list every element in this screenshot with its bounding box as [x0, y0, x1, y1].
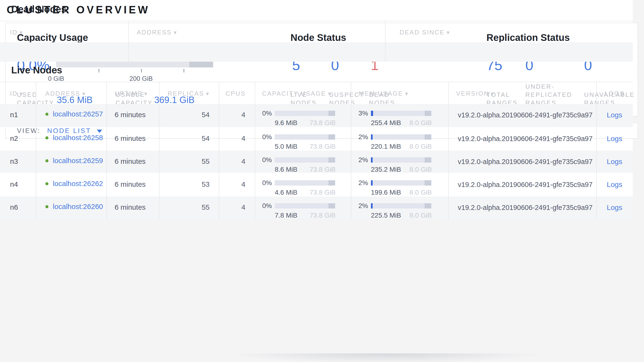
sort-desc-icon: ▾ — [206, 90, 210, 97]
logs-link[interactable]: Logs — [607, 204, 622, 211]
axis-tick — [184, 69, 184, 72]
mem-bar-fill — [371, 157, 372, 162]
node-logs-cell: Logs — [596, 151, 633, 173]
node-address-link[interactable]: localhost:26262 — [53, 179, 103, 188]
live-nodes-section-title: Live Nodes — [11, 65, 62, 76]
axis-tick — [98, 69, 99, 72]
mem-bar-reserved-segment — [425, 180, 431, 186]
mem-percent: 2% — [351, 133, 368, 141]
node-capacity-usage-cell: 0% 4.6 MiB 73.8 GiB — [255, 173, 351, 196]
capacity-bar-reserved-segment — [328, 134, 335, 140]
live-node-row: n3 localhost:26259 6 minutes 55 4 0% 8.6… — [0, 150, 633, 173]
node-version: v19.2.0-alpha.20190606-2491-gfe735c9a97 — [448, 197, 596, 214]
live-col-id[interactable]: ID▾ — [0, 82, 36, 104]
mem-bar-reserved-segment — [425, 157, 431, 162]
capacity-used-value: 8.6 MiB — [275, 166, 298, 173]
dead-col-dead-since[interactable]: DEAD SINCE▾ — [385, 21, 633, 42]
sort-desc-icon: ▾ — [328, 90, 332, 97]
column-divider — [106, 82, 107, 214]
dead-col-address[interactable]: ADDRESS▾ — [128, 21, 385, 42]
node-id: n1 — [0, 104, 36, 127]
mem-used-value: 220.1 MiB — [371, 143, 401, 150]
column-divider — [255, 82, 255, 214]
node-version: v19.2.0-alpha.20190606-2491-gfe735c9a97 — [448, 104, 596, 127]
node-address-link[interactable]: localhost:26260 — [53, 203, 103, 210]
node-address-link[interactable]: localhost:26258 — [53, 134, 103, 141]
capacity-bar-reserved-segment — [328, 203, 335, 209]
node-id: n5 — [0, 42, 633, 49]
node-cpus: 4 — [219, 104, 255, 127]
logs-link[interactable]: Logs — [607, 111, 622, 119]
node-address-cell: localhost:26260 — [36, 197, 106, 214]
mem-percent: 3% — [351, 109, 368, 117]
dead-col-id[interactable]: ID▾ — [0, 21, 128, 42]
node-mem-usage-cell: 2% 220.1 MiB 8.0 GiB — [351, 128, 448, 150]
live-col-capacity-usage[interactable]: CAPACITY USAGE▾ — [255, 82, 351, 104]
node-logs-cell: Logs — [596, 128, 633, 150]
node-uptime: 6 minutes — [106, 104, 159, 127]
sort-desc-icon: ▾ — [20, 90, 23, 97]
live-nodes-table-header: ID▾ ADDRESS▾ UPTIME▾ REPLICAS▾ CPUS CAPA… — [0, 82, 633, 104]
dead-nodes-table: ID▾ ADDRESS▾ DEAD SINCE▾ n5 localhost:26… — [0, 21, 633, 62]
node-address-cell: localhost:26262 — [36, 173, 106, 196]
node-uptime: 6 minutes — [106, 197, 159, 214]
column-divider — [596, 82, 597, 214]
mem-total-value: 8.0 GiB — [410, 189, 432, 196]
live-col-mem-usage[interactable]: MEM USAGE▾ — [351, 82, 448, 104]
node-address-cell: localhost:26261 — [0, 49, 633, 55]
node-id: n6 — [0, 197, 36, 214]
node-id: n4 — [0, 173, 36, 196]
logs-link[interactable]: Logs — [607, 180, 622, 189]
live-node-row: n4 localhost:26262 6 minutes 53 4 0% 4.6… — [0, 173, 633, 196]
live-col-version[interactable]: VERSION▾ — [448, 82, 596, 104]
node-replicas: 54 — [159, 128, 219, 150]
sort-desc-icon: ▾ — [446, 29, 450, 36]
mem-used-value: 225.5 MiB — [371, 212, 401, 214]
axis-label-0gib: 0 GiB — [37, 75, 75, 83]
capacity-mini-bar — [275, 134, 335, 140]
node-cpus: 4 — [219, 128, 255, 150]
node-mem-usage-cell: 2% 235.2 MiB 8.0 GiB — [351, 151, 448, 173]
node-capacity-usage-cell: 0% 9.6 MiB 73.8 GiB — [255, 104, 351, 127]
column-divider — [159, 82, 160, 214]
node-version: v19.2.0-alpha.20190606-2491-gfe735c9a97 — [448, 151, 596, 173]
node-address-link[interactable]: localhost:26257 — [53, 110, 103, 118]
column-divider — [448, 82, 449, 214]
sort-desc-icon: ▾ — [82, 90, 86, 97]
axis-label-200gib: 200 GiB — [122, 75, 160, 83]
node-address-cell: localhost:26259 — [36, 151, 106, 173]
live-status-dot-icon — [45, 136, 48, 139]
node-capacity-usage-cell: 0% 8.6 MiB 73.8 GiB — [255, 151, 351, 173]
live-nodes-rows: n1 localhost:26257 6 minutes 54 4 0% 9.6… — [0, 104, 633, 214]
node-address-link[interactable]: localhost:26259 — [53, 157, 103, 164]
sort-desc-icon: ▾ — [20, 29, 23, 36]
column-divider — [385, 21, 386, 62]
node-tables-card: Dead Nodes ID▾ ADDRESS▾ DEAD SINCE▾ n5 l… — [0, 0, 633, 214]
live-status-dot-icon — [45, 113, 48, 116]
capacity-percent: 0% — [255, 156, 272, 164]
node-replicas: 55 — [159, 151, 219, 173]
mem-bar-fill — [371, 111, 373, 116]
logs-link[interactable]: Logs — [607, 157, 622, 165]
mem-mini-bar — [371, 157, 431, 162]
live-col-replicas[interactable]: REPLICAS▾ — [159, 82, 219, 104]
mem-used-value: 255.4 MiB — [371, 119, 401, 127]
node-logs-cell: Logs — [596, 197, 633, 214]
live-col-uptime[interactable]: UPTIME▾ — [106, 82, 159, 104]
live-col-address[interactable]: ADDRESS▾ — [36, 82, 106, 104]
mem-mini-bar — [371, 203, 431, 209]
capacity-used-value: 4.6 MiB — [275, 189, 298, 196]
node-mem-usage-cell: 2% 199.6 MiB 8.0 GiB — [351, 173, 448, 196]
capacity-mini-bar — [275, 203, 335, 209]
node-logs-cell: Logs — [596, 104, 633, 127]
node-mem-usage-cell: 2% 225.5 MiB 8.0 GiB — [351, 197, 448, 214]
capacity-mini-bar — [275, 111, 335, 116]
logs-link[interactable]: Logs — [607, 135, 622, 142]
dead-nodes-rows: n5 localhost:26261 3 minutes ago — [0, 42, 633, 62]
capacity-bar-reserved-segment — [328, 157, 335, 162]
mem-bar-fill — [371, 180, 372, 186]
capacity-percent: 0% — [255, 109, 272, 117]
node-address-cell: localhost:26258 — [36, 128, 106, 150]
node-capacity-usage-cell: 0% 7.8 MiB 73.8 GiB — [255, 197, 351, 214]
live-node-row: n2 localhost:26258 6 minutes 54 4 0% 5.0… — [0, 127, 633, 150]
